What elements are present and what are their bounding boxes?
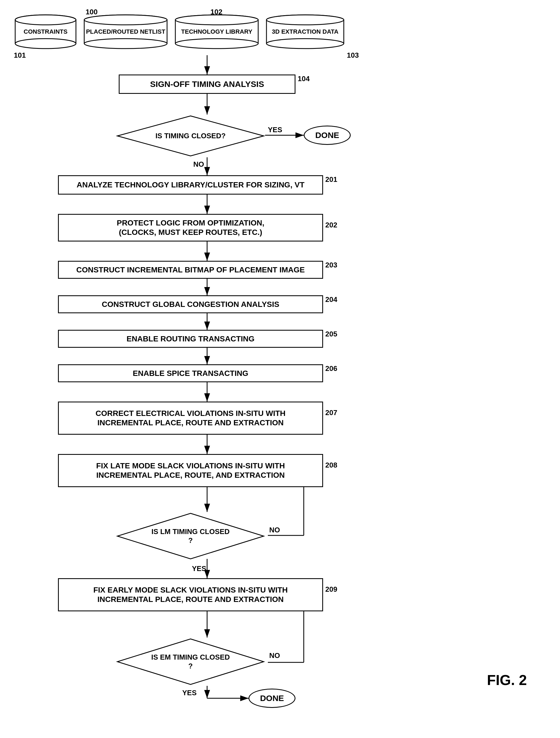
svg-point-33 <box>84 39 167 49</box>
late-mode-box: FIX LATE MODE SLACK VIOLATIONS IN-SITU W… <box>58 454 323 487</box>
label-207: 207 <box>325 408 337 417</box>
tech-library-cylinder: TECHNOLOGY LIBRARY <box>174 14 260 50</box>
sign-off-box: SIGN-OFF TIMING ANALYSIS <box>119 74 295 94</box>
diagram-container: CONSTRAINTS PLACED/ROUTED NETLIST <box>0 0 560 738</box>
timing-closed-diamond: IS TIMING CLOSED? <box>116 114 265 157</box>
label-209: 209 <box>325 585 337 594</box>
label-104: 104 <box>298 74 310 83</box>
done-oval-2: DONE <box>249 689 295 708</box>
label-208: 208 <box>325 461 337 469</box>
label-206: 206 <box>325 364 337 373</box>
spice-box: ENABLE SPICE TRANSACTING <box>58 364 323 382</box>
fig-label: FIG. 2 <box>487 672 527 688</box>
routing-box: ENABLE ROUTING TRANSACTING <box>58 330 323 348</box>
label-205: 205 <box>325 330 337 338</box>
label-103: 103 <box>347 51 359 60</box>
label-100: 100 <box>85 8 97 16</box>
svg-point-34 <box>84 15 167 25</box>
svg-point-39 <box>175 39 258 49</box>
lm-timing-diamond: IS LM TIMING CLOSED ? <box>116 512 265 560</box>
done-oval-1: DONE <box>304 125 351 145</box>
no-label-lm: NO <box>269 526 280 534</box>
label-201: 201 <box>325 175 337 184</box>
electrical-box: CORRECT ELECTRICAL VIOLATIONS IN-SITU WI… <box>58 402 323 435</box>
svg-point-45 <box>266 39 344 49</box>
svg-point-46 <box>266 15 344 25</box>
analyze-box: ANALYZE TECHNOLOGY LIBRARY/CLUSTER FOR S… <box>58 175 323 195</box>
em-timing-diamond: IS EM TIMING CLOSED ? <box>116 638 265 686</box>
early-mode-box: FIX EARLY MODE SLACK VIOLATIONS IN-SITU … <box>58 578 323 611</box>
label-202: 202 <box>325 221 337 229</box>
extraction-cylinder: 3D EXTRACTION DATA <box>265 14 345 50</box>
svg-point-40 <box>175 15 258 25</box>
svg-point-28 <box>15 15 76 25</box>
label-203: 203 <box>325 261 337 269</box>
netlist-cylinder: PLACED/ROUTED NETLIST <box>83 14 169 50</box>
label-204: 204 <box>325 295 337 304</box>
no-label-1: NO <box>193 160 204 168</box>
protect-box: PROTECT LOGIC FROM OPTIMIZATION, (CLOCKS… <box>58 214 323 242</box>
label-102: 102 <box>210 8 222 16</box>
label-101: 101 <box>14 51 26 60</box>
yes-label-lm: YES <box>192 565 206 573</box>
yes-label-em: YES <box>182 689 197 697</box>
constraints-cylinder: CONSTRAINTS <box>14 14 77 50</box>
no-label-em: NO <box>269 651 280 660</box>
bitmap-box: CONSTRUCT INCREMENTAL BITMAP OF PLACEMEN… <box>58 261 323 279</box>
svg-point-27 <box>15 39 76 49</box>
yes-label-1: YES <box>268 125 282 134</box>
congestion-box: CONSTRUCT GLOBAL CONGESTION ANALYSIS <box>58 295 323 313</box>
